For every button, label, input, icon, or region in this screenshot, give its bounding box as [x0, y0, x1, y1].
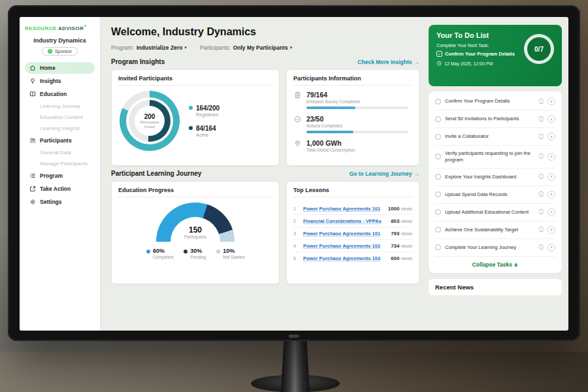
go-to-learning-journey-link[interactable]: Go to Learning Journey→: [350, 171, 419, 177]
survey-label: Emission Survey Completed: [306, 99, 412, 104]
task-checkbox[interactable]: [435, 154, 441, 159]
lesson-link[interactable]: Power Purchase Agreements 101: [303, 231, 387, 237]
survey-progress-fill: [306, 106, 355, 109]
lesson-row[interactable]: 5 Power Purchase Agreements 103 600views: [293, 252, 412, 264]
info-icon[interactable]: ⓘ: [538, 153, 544, 160]
sidebar-item-home[interactable]: Home: [25, 62, 95, 74]
task-row[interactable]: Upload Additional Educational Content ⓘ …: [435, 204, 555, 221]
task-checkbox[interactable]: [435, 209, 441, 215]
task-row[interactable]: Invite a Collaborator ⓘ ›: [435, 128, 555, 146]
chevron-right-icon[interactable]: ›: [547, 97, 555, 105]
program-insights-cards: Invited Participants 200 Participants In…: [111, 69, 419, 166]
invited-center-value: 200: [144, 113, 155, 120]
sidebar-item-insights[interactable]: Insights: [25, 75, 95, 87]
sidebar-item-learning-journey[interactable]: Learning Journey: [25, 101, 95, 111]
info-icon[interactable]: ⓘ: [538, 191, 544, 198]
task-row[interactable]: Achieve One Sustainability Target ⓘ ›: [435, 221, 555, 239]
task-label: Upload Additional Educational Content: [445, 209, 534, 216]
participants-filter-dropdown[interactable]: Participants: Only My Participants ▾: [200, 44, 292, 51]
lesson-row[interactable]: 3 Power Purchase Agreements 101 793views: [293, 227, 412, 240]
lesson-views-value: 803: [391, 218, 399, 224]
arrow-right-icon: →: [414, 171, 420, 177]
invited-participants-card: Invited Participants 200 Participants In…: [111, 69, 280, 166]
education-center-label: Participants: [184, 235, 206, 239]
task-row[interactable]: Send 50 Invitations to Participants ⓘ ›: [435, 110, 555, 128]
lesson-link[interactable]: Power Purchase Agreements 102: [303, 243, 387, 249]
lesson-row[interactable]: 2 Financial Considerations - VPPAs 803vi…: [293, 215, 412, 227]
chevron-right-icon[interactable]: ›: [547, 153, 555, 161]
dashboard-screen: RESOURCE ADVISOR+ Industry Dynamics ✓ Sp…: [20, 17, 568, 331]
check-more-insights-link[interactable]: Check More Insights→: [357, 59, 419, 65]
task-row[interactable]: Verify participants requesting to join t…: [435, 146, 555, 169]
chevron-right-icon[interactable]: ›: [547, 244, 555, 252]
info-icon[interactable]: ⓘ: [538, 208, 544, 216]
lesson-link[interactable]: Financial Considerations - VPPAs: [303, 218, 387, 224]
lesson-rank: 3: [293, 231, 299, 236]
info-icon[interactable]: ⓘ: [538, 98, 544, 105]
pending-value: 30%: [190, 248, 202, 254]
sidebar-item-participants[interactable]: Participants: [25, 135, 95, 146]
sidebar-item-program[interactable]: Program: [25, 170, 95, 182]
chevron-right-icon[interactable]: ›: [547, 191, 555, 199]
info-icon[interactable]: ⓘ: [538, 133, 544, 140]
active-dot-icon: [189, 126, 193, 130]
sidebar-item-education[interactable]: Education: [25, 88, 95, 100]
task-list: Confirm Your Program Details ⓘ › Send 50…: [429, 91, 562, 273]
education-center-value: 150: [189, 225, 202, 235]
task-row[interactable]: Upload Spend Data Records ⓘ ›: [435, 186, 555, 204]
task-checkbox[interactable]: [435, 244, 441, 250]
task-checkbox[interactable]: [435, 227, 441, 233]
sidebar-item-label: Education Content: [40, 114, 83, 120]
lightbulb-icon: [29, 78, 36, 84]
program-filter-dropdown[interactable]: Program: Industrialize Zero ▾: [111, 44, 187, 51]
active-value: 84/164: [196, 125, 216, 132]
lesson-row[interactable]: 1 Power Purchase Agreements 101 1000view…: [293, 203, 412, 215]
chevron-right-icon[interactable]: ›: [547, 226, 555, 234]
info-row-survey: 79/164 Emission Survey Completed: [293, 91, 412, 109]
sidebar-item-label: Manage Participants: [40, 161, 88, 167]
task-row[interactable]: Complete Your Learning Journey ⓘ ›: [435, 239, 555, 257]
info-row-consumption: 1,000 GWh Total Global Consumption: [293, 139, 412, 152]
sidebar-item-take-action[interactable]: Take Action: [25, 183, 95, 195]
home-icon: [29, 65, 36, 71]
sidebar-item-manage-participants[interactable]: Manage Participants: [25, 159, 95, 169]
task-checkbox[interactable]: [435, 116, 441, 122]
recent-news-header[interactable]: Recent News: [429, 279, 562, 295]
lesson-row[interactable]: 4 Power Purchase Agreements 102 734views: [293, 240, 412, 252]
sidebar-item-education-content[interactable]: Education Content: [25, 112, 95, 122]
task-checkbox[interactable]: [435, 174, 441, 180]
people-icon: [29, 137, 36, 144]
sidebar-item-learning-insights[interactable]: Learning Insights: [25, 123, 95, 133]
info-icon[interactable]: ⓘ: [538, 244, 544, 251]
org-name: Industry Dynamics: [25, 37, 95, 44]
info-icon[interactable]: ⓘ: [538, 116, 544, 123]
task-row[interactable]: Confirm Your Program Details ⓘ ›: [435, 93, 555, 110]
logo-advisor-text: ADVISOR: [58, 25, 84, 31]
task-row[interactable]: Explore Your Insights Dashboard ⓘ ›: [435, 169, 555, 186]
info-icon[interactable]: ⓘ: [538, 226, 544, 233]
sidebar-item-settings[interactable]: Settings: [25, 196, 95, 208]
chevron-right-icon[interactable]: ›: [547, 208, 555, 216]
chevron-right-icon[interactable]: ›: [547, 133, 555, 140]
sidebar-item-label: Insights: [40, 78, 61, 84]
info-row-actions: 23/50 Actions Completed: [293, 115, 412, 133]
legend-item-registered: 164/200 Registered: [189, 105, 220, 117]
sponsor-badge[interactable]: ✓ Sponsor: [42, 47, 78, 56]
sidebar-item-label: General Data: [40, 150, 71, 155]
program-filter-label: Program:: [111, 44, 134, 51]
todo-panel: Your To Do List Complete Your Next Task:…: [427, 17, 568, 331]
go-to-learning-journey-label: Go to Learning Journey: [350, 171, 412, 177]
task-checkbox[interactable]: [435, 99, 441, 105]
education-gauge-chart: 150 Participants: [156, 203, 235, 242]
lesson-link[interactable]: Power Purchase Agreements 101: [303, 206, 384, 212]
lesson-views-suffix: views: [400, 256, 412, 261]
task-checkbox[interactable]: [435, 191, 441, 197]
sidebar-item-general-data[interactable]: General Data: [25, 148, 95, 157]
collapse-tasks-link[interactable]: Collapse Tasks ∧: [435, 257, 555, 272]
lesson-link[interactable]: Power Purchase Agreements 103: [303, 255, 387, 261]
task-checkbox[interactable]: [435, 134, 441, 140]
info-icon[interactable]: ⓘ: [538, 173, 544, 180]
chevron-right-icon[interactable]: ›: [547, 173, 555, 181]
chevron-right-icon[interactable]: ›: [547, 115, 555, 123]
legend-item-completed: 60% Completed: [146, 248, 173, 259]
